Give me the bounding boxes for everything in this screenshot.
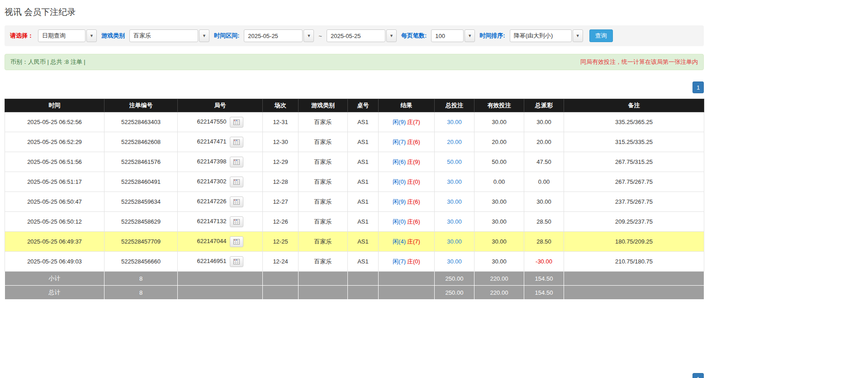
roadmap-button[interactable]: [230, 157, 243, 167]
total-bet-link[interactable]: 30.00: [447, 258, 462, 265]
date-range-separator: ~: [318, 33, 322, 39]
date-to-input[interactable]: [327, 29, 385, 42]
session-cell: 12-25: [263, 232, 299, 252]
note-cell: 209.25/237.75: [564, 212, 704, 232]
round-id: 622147550: [197, 118, 226, 125]
roadmap-button[interactable]: [230, 236, 243, 247]
total-bet-link[interactable]: 30.00: [447, 178, 462, 185]
total-bet-link[interactable]: 30.00: [447, 218, 462, 225]
banker-result: 庄(0): [407, 178, 420, 185]
sort-order-dropdown-button[interactable]: ▼: [573, 29, 583, 42]
page-size-input[interactable]: [431, 29, 464, 42]
table-header-row: 时间注单编号局号场次游戏类别桌号结果总投注有效投注总派彩备注: [5, 99, 704, 112]
total-bet-link[interactable]: 30.00: [447, 238, 462, 245]
payout-cell: -30.00: [524, 252, 564, 272]
total-count: 8: [104, 286, 178, 300]
note-cell: 267.75/315.25: [564, 152, 704, 172]
roadmap-button[interactable]: [230, 256, 243, 267]
result-cell: 闲(6)庄(9): [379, 152, 435, 172]
player-result: 闲(7): [393, 258, 406, 265]
page-1-button-bottom[interactable]: 1: [693, 373, 704, 378]
time-cell: 2025-05-25 06:51:56: [5, 152, 104, 172]
game-type-select: ▼: [129, 29, 209, 42]
query-type-input[interactable]: [38, 29, 85, 42]
payout-cell: 28.50: [524, 212, 564, 232]
total-bet-link[interactable]: 30.00: [447, 198, 462, 205]
summary-note: 同局有效投注，统一计算在该局第一张注单内: [580, 58, 698, 66]
result-cell: 闲(9)庄(6): [379, 192, 435, 212]
note-cell: 237.75/267.75: [564, 192, 704, 212]
roadmap-button[interactable]: [230, 137, 243, 148]
table-header-cell: 总派彩: [524, 99, 564, 112]
page-size-label: 每页笔数:: [401, 32, 427, 40]
player-result: 闲(6): [393, 158, 406, 165]
payout-cell: 28.50: [524, 232, 564, 252]
subtotal-label: 小计: [5, 272, 104, 286]
total-bet-cell: 30.00: [435, 232, 474, 252]
round-id: 622147132: [197, 218, 226, 225]
total-bet-link[interactable]: 20.00: [447, 139, 462, 145]
date-to-dropdown-button[interactable]: ▼: [386, 29, 397, 42]
chevron-down-icon: ▼: [307, 34, 311, 38]
game-type-dropdown-button[interactable]: ▼: [199, 29, 209, 42]
round-id: 622147044: [197, 238, 226, 244]
table-header-cell: 结果: [379, 99, 435, 112]
payout-cell: 47.50: [524, 152, 564, 172]
roadmap-icon: [233, 179, 240, 185]
page-size-dropdown-button[interactable]: ▼: [465, 29, 475, 42]
round-cell: 622146951: [178, 252, 263, 272]
roadmap-button[interactable]: [230, 117, 243, 128]
payout-cell: 30.00: [524, 192, 564, 212]
page-container: 视讯 会员下注纪录 请选择： ▼ 游戏类别 ▼ 时间区间: ▼ ~ ▼ 每页笔数…: [5, 0, 704, 378]
total-valid-bet: 220.00: [474, 286, 524, 300]
game-type-cell: 百家乐: [299, 112, 348, 132]
session-cell: 12-29: [263, 152, 299, 172]
table-header-cell: 场次: [263, 99, 299, 112]
table-header-cell: 有效投注: [474, 99, 524, 112]
table-no-cell: AS1: [348, 252, 379, 272]
total-total-bet: 250.00: [435, 286, 474, 300]
table-no-cell: AS1: [348, 112, 379, 132]
page-1-button[interactable]: 1: [693, 81, 704, 93]
search-button[interactable]: 查询: [589, 29, 613, 42]
time-cell: 2025-05-25 06:49:03: [5, 252, 104, 272]
total-bet-link[interactable]: 30.00: [447, 119, 462, 125]
roadmap-icon: [233, 239, 240, 244]
table-no-cell: AS1: [348, 132, 379, 152]
sort-order-input[interactable]: [510, 29, 572, 42]
page-size-select: ▼: [431, 29, 475, 42]
bet-id-cell: 522528461576: [104, 152, 178, 172]
banker-result: 庄(6): [407, 198, 420, 205]
game-type-cell: 百家乐: [299, 252, 348, 272]
total-bet-link[interactable]: 50.00: [447, 158, 462, 165]
date-from-input[interactable]: [244, 29, 303, 42]
roadmap-button[interactable]: [230, 196, 243, 207]
summary-currency-count: 币别：人民币 | 总共 :8 注单 |: [10, 58, 85, 66]
roadmap-button[interactable]: [230, 216, 243, 227]
game-type-cell: 百家乐: [299, 132, 348, 152]
result-cell: 闲(7)庄(0): [379, 252, 435, 272]
player-result: 闲(0): [393, 178, 406, 185]
game-type-cell: 百家乐: [299, 212, 348, 232]
game-type-input[interactable]: [129, 29, 198, 42]
sort-order-label: 时间排序:: [479, 32, 505, 40]
query-type-dropdown-button[interactable]: ▼: [86, 29, 97, 42]
roadmap-button[interactable]: [230, 177, 243, 187]
roadmap-icon: [233, 139, 240, 145]
total-bet-cell: 30.00: [435, 212, 474, 232]
table-header-cell: 桌号: [348, 99, 379, 112]
table-no-cell: AS1: [348, 212, 379, 232]
note-cell: 180.75/209.25: [564, 232, 704, 252]
subtotal-payout: 154.50: [524, 272, 564, 286]
roadmap-icon: [233, 259, 240, 264]
table-no-cell: AS1: [348, 192, 379, 212]
date-from-dropdown-button[interactable]: ▼: [304, 29, 314, 42]
valid-bet-cell: 30.00: [474, 112, 524, 132]
round-cell: 622147302: [178, 172, 263, 192]
chevron-down-icon: ▼: [576, 34, 580, 38]
player-result: 闲(4): [393, 238, 406, 245]
game-type-label: 游戏类别: [101, 32, 125, 40]
result-cell: 闲(4)庄(7): [379, 232, 435, 252]
session-cell: 12-31: [263, 112, 299, 132]
bet-id-cell: 522528459634: [104, 192, 178, 212]
